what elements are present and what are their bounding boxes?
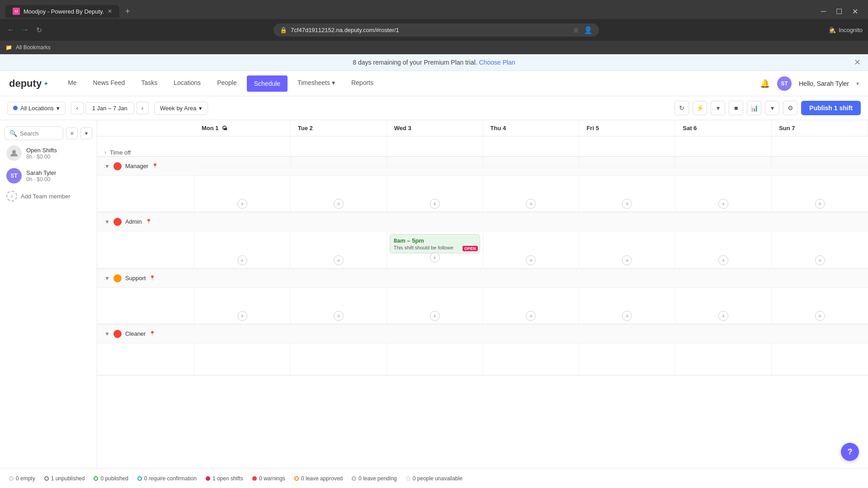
- trial-message: 8 days remaining of your Premium Plan tr…: [353, 59, 477, 66]
- nav-item-news-feed[interactable]: News Feed: [85, 71, 133, 96]
- manager-toggle-icon[interactable]: ▼: [104, 163, 110, 169]
- employee-item-sarah-tyler[interactable]: ST Sarah Tyler 0h · $0.00: [0, 164, 97, 187]
- add-member-label: Add Team member: [21, 193, 71, 200]
- nav-item-tasks[interactable]: Tasks: [133, 71, 165, 96]
- profile-icon[interactable]: 👤: [584, 26, 593, 34]
- sidebar-view-button[interactable]: ≡: [66, 127, 78, 139]
- hello-text[interactable]: Hello, Sarah Tyler: [799, 80, 849, 87]
- support-cell-wed: +: [387, 288, 483, 324]
- address-box[interactable]: 🔒 7cf47d19112152.na.deputy.com/#roster/1…: [274, 23, 599, 37]
- add-shift-wed-admin[interactable]: +: [430, 253, 440, 263]
- bookmarks-label[interactable]: All Bookmarks: [16, 44, 51, 51]
- publish-button[interactable]: Publish 1 shift: [801, 101, 861, 115]
- bookmark-icon[interactable]: ☆: [573, 26, 579, 34]
- add-shift-sun-admin[interactable]: +: [815, 255, 825, 265]
- add-shift-sun-support[interactable]: +: [815, 311, 825, 321]
- trial-banner-close-button[interactable]: ✕: [854, 57, 861, 67]
- status-leave-approved: 0 leave approved: [294, 475, 343, 482]
- cleaner-toggle-icon[interactable]: ▼: [104, 331, 110, 337]
- schedule-toolbar: All Locations ▾ ‹ 1 Jan – 7 Jan › Week b…: [0, 96, 868, 120]
- bell-icon[interactable]: 🔔: [760, 79, 770, 89]
- settings-button[interactable]: ⚙: [783, 101, 797, 115]
- add-shift-thu-support[interactable]: +: [526, 311, 536, 321]
- lock-icon: 🔒: [280, 27, 287, 33]
- top-nav: deputy ✦ Me News Feed Tasks Locations Pe…: [0, 71, 868, 96]
- refresh-button[interactable]: ↻: [34, 24, 44, 36]
- chart-view-button[interactable]: 📊: [747, 101, 761, 115]
- manager-pin-icon: 📍: [152, 163, 158, 169]
- status-dot-unavailable: [406, 476, 410, 481]
- manager-name: Manager: [125, 163, 148, 169]
- add-shift-tue-manager[interactable]: +: [334, 199, 344, 209]
- logo-star-icon: ✦: [43, 80, 49, 87]
- back-button[interactable]: ←: [5, 24, 16, 36]
- add-shift-sun-manager[interactable]: +: [815, 199, 825, 209]
- filter-button[interactable]: ⚡: [693, 101, 707, 115]
- browser-chrome: M Moodjoy - Powered By Deputy. ✕ + ─ ☐ ✕…: [0, 0, 868, 54]
- support-toggle-icon[interactable]: ▼: [104, 275, 110, 282]
- forward-button[interactable]: →: [20, 24, 31, 36]
- add-shift-fri-manager[interactable]: +: [622, 199, 632, 209]
- week-view-label: Week by Area: [160, 105, 197, 112]
- week-view-selector[interactable]: Week by Area ▾: [154, 102, 208, 115]
- refresh-schedule-button[interactable]: ↻: [675, 101, 689, 115]
- add-shift-sat-support[interactable]: +: [718, 311, 728, 321]
- prev-week-button[interactable]: ‹: [71, 102, 84, 114]
- add-shift-wed-support[interactable]: +: [430, 311, 440, 321]
- incognito-info: 🕵 Incognito: [829, 27, 863, 33]
- nav-item-people[interactable]: People: [209, 71, 245, 96]
- filter-dropdown-button[interactable]: ▾: [711, 101, 725, 115]
- tab-close-button[interactable]: ✕: [108, 8, 112, 14]
- open-badge: OPEN: [462, 246, 478, 251]
- help-button[interactable]: ?: [841, 443, 859, 461]
- day-header-sat: Sat 6: [675, 120, 772, 136]
- add-shift-mon-manager[interactable]: +: [237, 199, 247, 209]
- search-input[interactable]: [20, 130, 58, 137]
- time-off-toggle-icon[interactable]: ›: [104, 149, 106, 155]
- user-dropdown-icon[interactable]: ▾: [856, 80, 859, 87]
- add-shift-thu-manager[interactable]: +: [526, 199, 536, 209]
- sidebar-filter-button[interactable]: ▾: [80, 127, 92, 139]
- add-team-member-button[interactable]: + Add Team member: [0, 187, 97, 205]
- nav-item-locations[interactable]: Locations: [165, 71, 209, 96]
- day-header-sun: Sun 7: [772, 120, 868, 136]
- add-shift-thu-admin[interactable]: +: [526, 255, 536, 265]
- location-label: All Locations: [20, 105, 54, 112]
- support-pin-icon: 📍: [149, 275, 156, 281]
- manager-cell-thu: +: [483, 176, 580, 212]
- new-tab-button[interactable]: +: [121, 5, 134, 18]
- admin-shift-row: + + 8am – 5pm This shift should be follo…: [97, 231, 868, 268]
- nav-item-me[interactable]: Me: [60, 71, 85, 96]
- add-shift-mon-support[interactable]: +: [237, 311, 247, 321]
- location-selector[interactable]: All Locations ▾: [7, 102, 66, 115]
- status-dot-leave-pending: [352, 476, 356, 481]
- shift-desc: This shift should be followe: [394, 245, 457, 250]
- choose-plan-link[interactable]: Choose Plan: [479, 59, 515, 66]
- add-shift-fri-support[interactable]: +: [622, 311, 632, 321]
- nav-item-reports[interactable]: Reports: [343, 71, 382, 96]
- view-toggle-button[interactable]: ■: [729, 101, 743, 115]
- add-shift-tue-admin[interactable]: +: [334, 255, 344, 265]
- admin-cell-label: [97, 231, 194, 268]
- add-shift-mon-admin[interactable]: +: [237, 255, 247, 265]
- close-button[interactable]: ✕: [848, 6, 863, 17]
- chart-dropdown-button[interactable]: ▾: [765, 101, 779, 115]
- employee-item-open-shifts[interactable]: Open Shifts 8h · $0.00: [0, 142, 97, 164]
- add-shift-sat-admin[interactable]: +: [718, 255, 728, 265]
- status-empty-label: 0 empty: [16, 475, 35, 482]
- shift-card-wed-admin[interactable]: 8am – 5pm This shift should be followe O…: [390, 234, 480, 253]
- status-warnings: 0 warnings: [252, 475, 285, 482]
- minimize-button[interactable]: ─: [816, 6, 830, 17]
- maximize-button[interactable]: ☐: [831, 6, 847, 17]
- add-shift-wed-manager[interactable]: +: [430, 199, 440, 209]
- admin-toggle-icon[interactable]: ▼: [104, 219, 110, 225]
- next-week-button[interactable]: ›: [136, 102, 149, 114]
- browser-tab[interactable]: M Moodjoy - Powered By Deputy. ✕: [5, 5, 119, 18]
- add-shift-fri-admin[interactable]: +: [622, 255, 632, 265]
- admin-cell-wed[interactable]: 8am – 5pm This shift should be followe O…: [387, 231, 483, 268]
- nav-item-schedule[interactable]: Schedule: [247, 75, 288, 92]
- add-shift-sat-manager[interactable]: +: [718, 199, 728, 209]
- nav-item-timesheets[interactable]: Timesheets ▾: [289, 71, 343, 96]
- search-bar[interactable]: 🔍: [5, 127, 63, 140]
- add-shift-tue-support[interactable]: +: [334, 311, 344, 321]
